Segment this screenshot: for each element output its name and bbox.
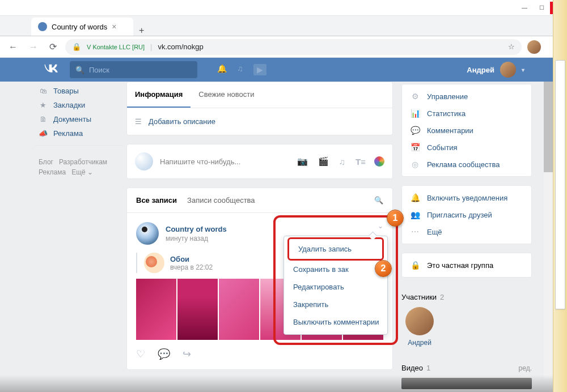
share-icon[interactable]: ↪ [183,348,191,360]
repost-author-name[interactable]: Обои [170,255,213,263]
video-play-icon[interactable]: ▶ [253,64,266,75]
vk-logo-icon[interactable] [43,62,58,78]
repost-author-avatar[interactable] [144,253,164,273]
inner-scrollbar[interactable] [544,82,553,378]
header-avatar [500,62,516,78]
enable-notifications-button[interactable]: 🔔Включить уведомления [402,189,531,206]
right-sidebar: ⚙Управление 📊Статистика 💬Комментарии 📅Со… [401,82,532,392]
sidebar-item-ads[interactable]: 📣Реклама [35,126,123,140]
megaphone-icon: 📣 [39,129,48,138]
window-titlebar: — ☐ ✕ [0,0,567,16]
shopping-icon: 🛍 [39,87,48,95]
composer-placeholder: Напишите что-нибудь... [160,157,289,166]
header-username: Андрей [467,66,494,74]
music-note-icon[interactable]: ♫ [339,157,345,167]
member-avatar [405,307,434,335]
sidebar-item-documents[interactable]: 🗎Документы [35,112,123,126]
vk-favicon [38,22,47,31]
tab-information[interactable]: Информация [127,82,191,108]
sidebar-footer-links: Блог Разработчикам Реклама Ещё ⌄ [35,150,123,184]
wall-tab-community[interactable]: Записи сообщества [187,196,255,204]
star-icon: ★ [39,101,48,109]
dropdown-item-edit[interactable]: Редактировать [284,278,387,296]
video-block: Видео1ред. [401,357,532,389]
member-name: Андрей [408,339,431,347]
user-plus-icon: 👥 [410,210,420,219]
annotation-badge-2: 2 [375,260,392,277]
footer-link-developers[interactable]: Разработчикам [59,158,107,166]
gallery-image[interactable] [219,279,259,340]
gallery-image[interactable] [177,279,218,340]
footer-link-more[interactable]: Ещё ⌄ [71,168,93,176]
browser-tab[interactable]: Country of words × [31,18,133,36]
members-block: Участники2 Андрей [401,286,532,347]
dropdown-item-delete[interactable]: Удалить запись [289,240,382,258]
search-input[interactable]: 🔍 Поиск [70,61,197,78]
page-content: 🛍Товары ★Закладки 🗎Документы 📣Реклама Бл… [0,82,567,392]
camera-icon[interactable]: 📷 [297,156,308,167]
more-actions-button[interactable]: ⋯Ещё [402,223,531,240]
video-icon[interactable]: 🎬 [318,156,329,167]
add-description-button[interactable]: ☰ Добавить описание [127,108,392,135]
events-link[interactable]: 📅События [402,139,531,156]
sidebar-item-goods[interactable]: 🛍Товары [35,84,123,98]
address-input[interactable]: 🔒 V Kontakte LLC [RU] | vk.com/nokgp ☆ [65,39,522,55]
video-edit-link[interactable]: ред. [519,364,532,372]
inner-scrollbar-thumb[interactable] [544,82,553,172]
annotation-badge-1: 1 [387,210,404,227]
footer-link-blog[interactable]: Блог [39,158,53,166]
wall-post: Country of words минуту назад ⌄ Обои вче… [127,213,392,369]
outer-scrollbar-thumb[interactable] [555,60,565,309]
gallery-image[interactable] [136,279,176,340]
highlight-box-1: 1 Удалить запись 2 Сохранить в зак Редак… [273,215,398,345]
member-item[interactable]: Андрей [401,307,438,347]
forward-icon[interactable]: → [26,42,41,52]
tab-fresh-news[interactable]: Свежие новости [191,82,262,108]
comment-icon[interactable]: 💬 [158,348,170,360]
main-column: Информация Свежие новости ☰ Добавить опи… [123,82,401,392]
bookmark-star-icon[interactable]: ☆ [508,42,515,51]
video-title[interactable]: Видео [401,364,423,372]
stats-link[interactable]: 📊Статистика [402,105,531,122]
post-author-name[interactable]: Country of words [166,225,227,233]
manage-link[interactable]: ⚙Управление [402,88,531,105]
close-tab-icon[interactable]: × [112,22,116,31]
wall-tab-all[interactable]: Все записи [136,196,177,204]
text-format-icon[interactable]: T≡ [356,157,366,167]
post-time: минуту назад [166,235,227,242]
new-tab-button[interactable]: + [133,25,150,36]
dropdown-item-save[interactable]: Сохранить в зак [284,261,387,278]
gear-icon: ⚙ [410,92,420,101]
back-icon[interactable]: ← [6,42,20,52]
header-icons: 🔔 ♫ ▶ [217,64,266,75]
highlight-box-2: Удалить запись [287,237,384,261]
comments-link[interactable]: 💬Комментарии [402,122,531,139]
search-icon: 🔍 [75,66,84,74]
post-composer[interactable]: Напишите что-нибудь... 📷 🎬 ♫ T≡ [126,144,393,179]
sidebar-item-bookmarks[interactable]: ★Закладки [35,98,123,112]
invite-friends-button[interactable]: 👥Пригласить друзей [402,206,531,223]
search-placeholder: Поиск [89,66,109,74]
dropdown-item-disable-comments[interactable]: Выключить комментарии [284,313,387,331]
post-author-avatar[interactable] [136,222,159,245]
dropdown-item-pin[interactable]: Закрепить [284,296,387,313]
members-title[interactable]: Участники [401,293,437,301]
vk-header: 🔍 Поиск 🔔 ♫ ▶ Андрей ▾ [0,58,567,82]
like-icon[interactable]: ♡ [136,348,145,360]
maximize-button[interactable]: ☐ [533,2,550,14]
minimize-button[interactable]: — [516,2,533,14]
wall-search-icon[interactable]: 🔍 [374,196,383,204]
privacy-label: 🔒Это частная группа [402,257,531,274]
music-icon[interactable]: ♫ [237,64,243,75]
reload-icon[interactable]: ⟳ [46,41,60,52]
profile-avatar-icon[interactable] [527,40,541,54]
color-palette-icon[interactable] [374,156,384,167]
header-user-menu[interactable]: Андрей ▾ [467,62,524,78]
tab-title: Country of words [52,23,107,31]
community-ads-link[interactable]: ◎Реклама сообщества [402,156,531,173]
notifications-icon[interactable]: 🔔 [217,64,227,75]
video-count: 1 [426,364,430,372]
footer-link-ads[interactable]: Реклама [39,168,66,176]
browser-tab-strip: Country of words × + [0,16,567,36]
video-thumbnail[interactable] [401,378,532,389]
